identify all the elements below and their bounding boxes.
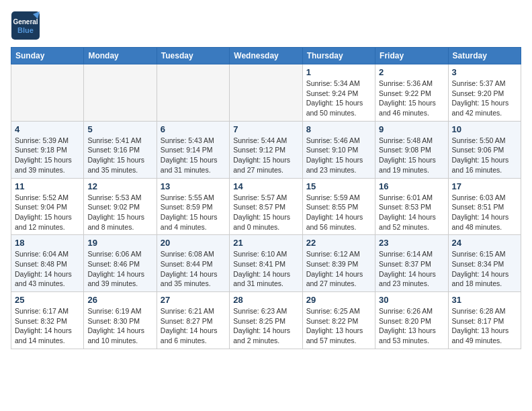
day-info: Sunrise: 6:04 AM Sunset: 8:48 PM Dayligh…: [15, 249, 80, 289]
calendar-cell: 12Sunrise: 5:53 AM Sunset: 9:02 PM Dayli…: [84, 178, 157, 235]
day-number: 6: [161, 124, 226, 134]
calendar-week-row: 1Sunrise: 5:34 AM Sunset: 9:24 PM Daylig…: [11, 64, 521, 122]
calendar-cell: 25Sunrise: 6:17 AM Sunset: 8:32 PM Dayli…: [11, 292, 84, 349]
day-number: 20: [161, 238, 226, 248]
day-info: Sunrise: 5:50 AM Sunset: 9:06 PM Dayligh…: [452, 136, 517, 175]
day-number: 8: [306, 124, 371, 134]
calendar-table: SundayMondayTuesdayWednesdayThursdayFrid…: [11, 47, 521, 349]
day-number: 27: [161, 295, 226, 305]
col-header-tuesday: Tuesday: [157, 48, 229, 64]
day-number: 2: [379, 67, 444, 77]
calendar-cell: 29Sunrise: 6:25 AM Sunset: 8:22 PM Dayli…: [302, 292, 375, 349]
calendar-cell: 6Sunrise: 5:43 AM Sunset: 9:14 PM Daylig…: [157, 121, 229, 178]
day-number: 15: [306, 181, 371, 191]
calendar-cell: 30Sunrise: 6:26 AM Sunset: 8:20 PM Dayli…: [375, 292, 448, 349]
day-number: 17: [452, 181, 517, 191]
calendar-cell: 22Sunrise: 6:12 AM Sunset: 8:39 PM Dayli…: [302, 235, 375, 292]
day-info: Sunrise: 5:44 AM Sunset: 9:12 PM Dayligh…: [233, 136, 298, 175]
day-info: Sunrise: 5:39 AM Sunset: 9:18 PM Dayligh…: [15, 136, 80, 175]
calendar-cell: [84, 64, 157, 122]
day-info: Sunrise: 5:57 AM Sunset: 8:57 PM Dayligh…: [233, 193, 298, 232]
day-number: 3: [452, 67, 517, 77]
logo-icon: General Blue: [11, 11, 40, 40]
col-header-wednesday: Wednesday: [230, 48, 302, 64]
day-info: Sunrise: 5:36 AM Sunset: 9:22 PM Dayligh…: [379, 79, 444, 118]
day-number: 28: [233, 295, 298, 305]
calendar-week-row: 11Sunrise: 5:52 AM Sunset: 9:04 PM Dayli…: [11, 178, 521, 235]
day-info: Sunrise: 6:15 AM Sunset: 8:34 PM Dayligh…: [452, 249, 517, 289]
calendar-cell: 17Sunrise: 6:03 AM Sunset: 8:51 PM Dayli…: [448, 178, 521, 235]
day-info: Sunrise: 6:12 AM Sunset: 8:39 PM Dayligh…: [306, 249, 371, 289]
calendar-cell: 18Sunrise: 6:04 AM Sunset: 8:48 PM Dayli…: [11, 235, 84, 292]
calendar-cell: 11Sunrise: 5:52 AM Sunset: 9:04 PM Dayli…: [11, 178, 84, 235]
day-info: Sunrise: 5:46 AM Sunset: 9:10 PM Dayligh…: [306, 136, 371, 175]
day-info: Sunrise: 6:01 AM Sunset: 8:53 PM Dayligh…: [379, 193, 444, 232]
day-info: Sunrise: 6:25 AM Sunset: 8:22 PM Dayligh…: [306, 306, 371, 346]
calendar-cell: 28Sunrise: 6:23 AM Sunset: 8:25 PM Dayli…: [230, 292, 302, 349]
calendar-cell: 31Sunrise: 6:28 AM Sunset: 8:17 PM Dayli…: [448, 292, 521, 349]
calendar-cell: 15Sunrise: 5:59 AM Sunset: 8:55 PM Dayli…: [302, 178, 375, 235]
day-info: Sunrise: 6:21 AM Sunset: 8:27 PM Dayligh…: [161, 306, 226, 346]
calendar-cell: 10Sunrise: 5:50 AM Sunset: 9:06 PM Dayli…: [448, 121, 521, 178]
day-info: Sunrise: 5:48 AM Sunset: 9:08 PM Dayligh…: [379, 136, 444, 175]
day-number: 26: [87, 295, 152, 305]
day-info: Sunrise: 6:17 AM Sunset: 8:32 PM Dayligh…: [15, 306, 80, 346]
calendar-week-row: 18Sunrise: 6:04 AM Sunset: 8:48 PM Dayli…: [11, 235, 521, 292]
calendar-cell: 8Sunrise: 5:46 AM Sunset: 9:10 PM Daylig…: [302, 121, 375, 178]
day-number: 4: [15, 124, 80, 134]
col-header-friday: Friday: [375, 48, 448, 64]
svg-text:General: General: [13, 18, 38, 26]
day-info: Sunrise: 6:19 AM Sunset: 8:30 PM Dayligh…: [87, 306, 152, 346]
day-number: 13: [161, 181, 226, 191]
calendar-cell: [230, 64, 302, 122]
day-info: Sunrise: 6:28 AM Sunset: 8:17 PM Dayligh…: [452, 306, 517, 346]
calendar-cell: 1Sunrise: 5:34 AM Sunset: 9:24 PM Daylig…: [302, 64, 375, 122]
day-info: Sunrise: 5:59 AM Sunset: 8:55 PM Dayligh…: [306, 193, 371, 232]
calendar-week-row: 25Sunrise: 6:17 AM Sunset: 8:32 PM Dayli…: [11, 292, 521, 349]
calendar-cell: 3Sunrise: 5:37 AM Sunset: 9:20 PM Daylig…: [448, 64, 521, 122]
day-info: Sunrise: 5:52 AM Sunset: 9:04 PM Dayligh…: [15, 193, 80, 232]
col-header-saturday: Saturday: [448, 48, 521, 64]
logo: General Blue: [11, 11, 40, 40]
day-number: 10: [452, 124, 517, 134]
calendar-cell: 4Sunrise: 5:39 AM Sunset: 9:18 PM Daylig…: [11, 121, 84, 178]
day-number: 5: [87, 124, 152, 134]
col-header-monday: Monday: [84, 48, 157, 64]
calendar-week-row: 4Sunrise: 5:39 AM Sunset: 9:18 PM Daylig…: [11, 121, 521, 178]
calendar-cell: 5Sunrise: 5:41 AM Sunset: 9:16 PM Daylig…: [84, 121, 157, 178]
calendar-cell: [11, 64, 84, 122]
calendar-cell: 20Sunrise: 6:08 AM Sunset: 8:44 PM Dayli…: [157, 235, 229, 292]
day-number: 25: [15, 295, 80, 305]
day-number: 31: [452, 295, 517, 305]
page-header: General Blue: [11, 11, 521, 40]
day-info: Sunrise: 5:43 AM Sunset: 9:14 PM Dayligh…: [161, 136, 226, 175]
day-number: 24: [452, 238, 517, 248]
day-info: Sunrise: 5:53 AM Sunset: 9:02 PM Dayligh…: [87, 193, 152, 232]
day-info: Sunrise: 6:03 AM Sunset: 8:51 PM Dayligh…: [452, 193, 517, 232]
day-number: 9: [379, 124, 444, 134]
calendar-cell: 16Sunrise: 6:01 AM Sunset: 8:53 PM Dayli…: [375, 178, 448, 235]
col-header-sunday: Sunday: [11, 48, 84, 64]
day-info: Sunrise: 6:08 AM Sunset: 8:44 PM Dayligh…: [161, 249, 226, 289]
day-info: Sunrise: 6:23 AM Sunset: 8:25 PM Dayligh…: [233, 306, 298, 346]
day-number: 22: [306, 238, 371, 248]
calendar-cell: 23Sunrise: 6:14 AM Sunset: 8:37 PM Dayli…: [375, 235, 448, 292]
day-number: 16: [379, 181, 444, 191]
calendar-cell: 21Sunrise: 6:10 AM Sunset: 8:41 PM Dayli…: [230, 235, 302, 292]
day-info: Sunrise: 5:41 AM Sunset: 9:16 PM Dayligh…: [87, 136, 152, 175]
day-info: Sunrise: 6:10 AM Sunset: 8:41 PM Dayligh…: [233, 249, 298, 289]
calendar-cell: 7Sunrise: 5:44 AM Sunset: 9:12 PM Daylig…: [230, 121, 302, 178]
day-number: 12: [87, 181, 152, 191]
day-number: 18: [15, 238, 80, 248]
calendar-cell: 24Sunrise: 6:15 AM Sunset: 8:34 PM Dayli…: [448, 235, 521, 292]
day-info: Sunrise: 6:14 AM Sunset: 8:37 PM Dayligh…: [379, 249, 444, 289]
calendar-cell: 13Sunrise: 5:55 AM Sunset: 8:59 PM Dayli…: [157, 178, 229, 235]
day-number: 11: [15, 181, 80, 191]
day-info: Sunrise: 5:34 AM Sunset: 9:24 PM Dayligh…: [306, 79, 371, 118]
calendar-cell: 2Sunrise: 5:36 AM Sunset: 9:22 PM Daylig…: [375, 64, 448, 122]
day-info: Sunrise: 6:26 AM Sunset: 8:20 PM Dayligh…: [379, 306, 444, 346]
calendar-cell: 14Sunrise: 5:57 AM Sunset: 8:57 PM Dayli…: [230, 178, 302, 235]
day-number: 14: [233, 181, 298, 191]
day-info: Sunrise: 5:55 AM Sunset: 8:59 PM Dayligh…: [161, 193, 226, 232]
calendar-cell: 19Sunrise: 6:06 AM Sunset: 8:46 PM Dayli…: [84, 235, 157, 292]
